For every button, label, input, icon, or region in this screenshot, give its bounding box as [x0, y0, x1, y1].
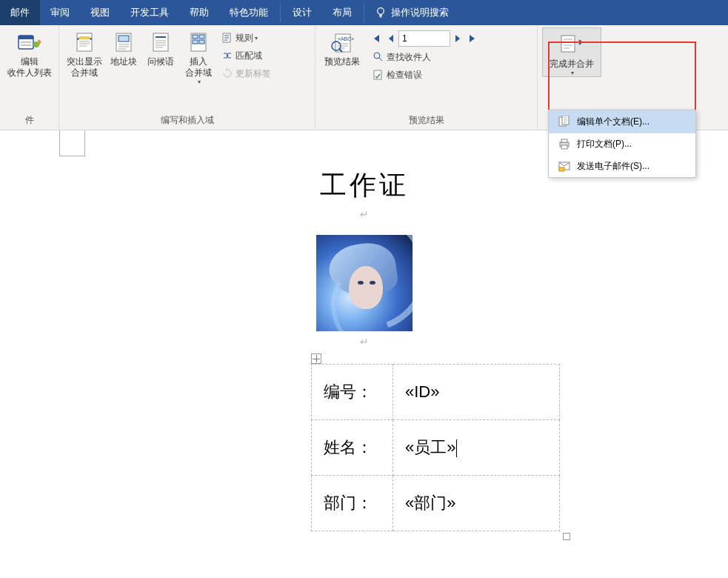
paragraph-mark: ↵ [0, 336, 728, 348]
preview-results-icon: «ABC» [330, 29, 355, 56]
highlight-field-icon [73, 29, 96, 56]
button-label: 预览结果 [324, 56, 360, 67]
tab-special[interactable]: 特色功能 [219, 0, 278, 25]
group-label: 件 [4, 112, 54, 130]
table-row[interactable]: 编号： «ID» [312, 365, 560, 420]
tab-label: 开发工具 [130, 6, 169, 19]
address-block-icon [113, 29, 134, 56]
svg-rect-5 [79, 36, 90, 39]
preview-results-button[interactable]: «ABC» 预览结果 [320, 27, 364, 67]
cell-text: 编号： [324, 382, 373, 401]
find-recipient-icon [372, 52, 385, 62]
find-recipient-button[interactable]: 查找收件人 [369, 48, 480, 66]
button-label: 匹配域 [236, 50, 262, 62]
table-cell-label[interactable]: 部门： [312, 476, 393, 531]
edit-recipients-button[interactable]: 编辑 收件人列表 [4, 27, 54, 79]
finish-merge-button[interactable]: 完成并合并 ▾ [542, 27, 601, 77]
insert-merge-field-button[interactable]: 插入 合并域 ▾ [179, 27, 218, 85]
table-cell-value[interactable]: «ID» [393, 365, 560, 420]
chevron-down-icon: ▾ [198, 79, 201, 85]
text-cursor [456, 439, 457, 457]
tab-view[interactable]: 视图 [80, 0, 120, 25]
tell-me-label: 操作说明搜索 [391, 6, 449, 19]
merge-field: «ID» [405, 382, 439, 401]
svg-rect-2 [19, 36, 33, 39]
ruler-tab-marker[interactable] [59, 130, 85, 156]
menu-label: 编辑单个文档(E)... [577, 116, 649, 128]
svg-point-18 [374, 53, 380, 59]
button-label: 检查错误 [387, 69, 422, 82]
table-row[interactable]: 姓名： «员工» [312, 420, 560, 476]
match-fields-button[interactable]: 匹配域 [218, 47, 274, 64]
tab-label: 审阅 [50, 6, 70, 19]
record-number-input[interactable] [398, 30, 450, 47]
table-cell-label[interactable]: 编号： [312, 365, 393, 420]
address-block-button[interactable]: 地址块 [105, 27, 142, 67]
tab-mailings[interactable]: 邮件 [0, 0, 40, 25]
table-row[interactable]: 部门： «部门» [312, 476, 560, 531]
svg-point-3 [33, 41, 39, 47]
next-record-button[interactable] [450, 31, 465, 46]
svg-rect-12 [193, 40, 198, 44]
svg-rect-4 [77, 33, 92, 51]
button-label: 插入 合并域 [185, 56, 212, 79]
last-icon [468, 34, 477, 43]
rules-button[interactable]: 规则▾ [218, 29, 274, 47]
button-label: 突出显示 合并域 [67, 56, 102, 79]
button-label: 查找收件人 [387, 51, 431, 64]
group-label: 预览结果 [320, 112, 532, 130]
documents-icon [556, 116, 572, 127]
menu-edit-individual-documents[interactable]: 编辑单个文档(E)... [549, 110, 695, 133]
rules-icon [221, 33, 234, 43]
tab-label: 特色功能 [230, 6, 268, 19]
next-icon [454, 34, 461, 43]
svg-text:«ABC»: «ABC» [338, 36, 354, 41]
check-errors-icon [372, 70, 385, 80]
button-label: 更新标签 [236, 67, 271, 80]
tab-help[interactable]: 帮助 [179, 0, 219, 25]
last-record-button[interactable] [465, 31, 480, 46]
greeting-line-button[interactable]: 问候语 [142, 27, 179, 67]
check-errors-button[interactable]: 检查错误 [369, 66, 480, 84]
tab-review[interactable]: 审阅 [40, 0, 80, 25]
table-move-handle[interactable] [311, 353, 321, 364]
group-label: 编写和插入域 [64, 112, 310, 130]
button-label: 问候语 [147, 56, 174, 67]
table-cell-label[interactable]: 姓名： [312, 420, 393, 476]
svg-rect-13 [199, 40, 204, 44]
table-cell-value[interactable]: «员工» [393, 420, 560, 476]
highlight-merge-field-button[interactable]: 突出显示 合并域 [64, 27, 105, 79]
tab-label: 视图 [90, 6, 110, 19]
tab-developer[interactable]: 开发工具 [120, 0, 179, 25]
insert-field-icon [188, 29, 209, 56]
update-labels-icon [221, 68, 234, 79]
tab-divider [364, 3, 364, 22]
svg-rect-20 [561, 36, 575, 52]
finish-merge-icon [558, 31, 585, 58]
tab-design[interactable]: 设计 [282, 0, 322, 25]
tab-label: 邮件 [10, 6, 30, 19]
prev-record-button[interactable] [384, 31, 398, 46]
tab-layout[interactable]: 布局 [322, 0, 362, 25]
table-resize-handle[interactable] [563, 533, 570, 540]
svg-rect-19 [374, 70, 381, 79]
tab-label: 布局 [333, 6, 352, 19]
document-data-table[interactable]: 编号： «ID» 姓名： «员工» 部门： «部门» [311, 364, 560, 531]
svg-rect-8 [153, 33, 168, 51]
svg-point-0 [378, 8, 384, 15]
tab-label: 帮助 [190, 6, 209, 19]
table-cell-value[interactable]: «部门» [393, 476, 560, 531]
chevron-down-icon: ▾ [571, 70, 574, 76]
recipients-icon [17, 29, 42, 56]
prev-icon [387, 34, 395, 43]
cell-text: 姓名： [324, 438, 373, 456]
svg-rect-11 [199, 35, 204, 39]
button-label: 编辑 收件人列表 [7, 56, 52, 79]
first-record-button[interactable] [369, 31, 384, 46]
merge-field: «部门» [405, 494, 455, 512]
button-label: 规则 [236, 32, 253, 44]
document-image-placeholder[interactable] [316, 235, 413, 331]
tell-me-search[interactable]: 操作说明搜索 [366, 6, 449, 19]
svg-rect-10 [193, 35, 198, 39]
chevron-down-icon: ▾ [255, 35, 258, 41]
